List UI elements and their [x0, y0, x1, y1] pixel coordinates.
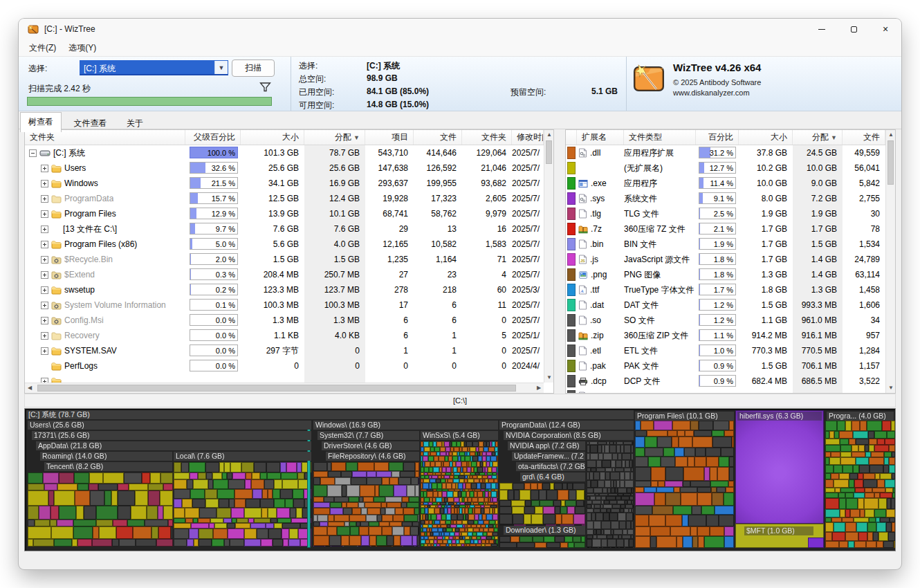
scrollbar-thumb[interactable]: [887, 140, 894, 185]
tree-row[interactable]: Users32.6 %25.6 GB25.6 GB147,638126,5922…: [25, 160, 553, 176]
scroll-right-icon[interactable]: ▶: [534, 383, 544, 393]
expand-icon[interactable]: [41, 286, 48, 294]
cell-folder-name: $Recycle.Bin: [25, 252, 185, 267]
tree-row[interactable]: Config.Msi0.0 %1.3 MB1.3 MB6602025/7/: [25, 313, 553, 328]
tree-row[interactable]: $Extend0.3 %208.4 MB250.7 MB272342025/7/: [25, 267, 553, 282]
ext-header-5[interactable]: 文件: [843, 130, 885, 145]
ext-row[interactable]: .pngPNG 图像1.8 %1.3 GB1.4 GB63,114: [566, 267, 895, 282]
ext-header-3[interactable]: 大小: [739, 130, 793, 145]
ext-row[interactable]: .exe应用程序11.4 %10.0 GB9.0 GB5,842: [566, 176, 895, 191]
expand-icon[interactable]: [41, 302, 48, 309]
menu-options[interactable]: 选项(Y): [62, 40, 102, 56]
ext-row[interactable]: .datDAT 文件1.2 %1.5 GB993.3 MB1,606: [566, 297, 895, 313]
app-website[interactable]: www.diskanalyzer.com: [673, 89, 750, 97]
ext-row[interactable]: .pakPAK 文件0.9 %1.5 GB706.1 MB1,157: [566, 358, 895, 374]
chevron-down-icon[interactable]: ▼: [214, 61, 228, 74]
scrollbar-thumb[interactable]: [37, 385, 516, 392]
cell-files: 63,114: [843, 267, 885, 282]
tab-tree-view[interactable]: 树查看: [20, 112, 62, 132]
tree-header-6[interactable]: 文件夹: [462, 130, 512, 145]
cell-percent: 11.4 %: [696, 176, 739, 191]
menu-file[interactable]: 文件(Z): [23, 40, 62, 56]
expand-icon[interactable]: [41, 332, 48, 340]
menu-bar: 文件(Z) 选项(Y): [19, 39, 901, 56]
expand-icon[interactable]: [41, 271, 48, 279]
cell-folder-name: swsetup: [25, 282, 185, 297]
ext-row[interactable]: .sys系统文件9.1 %8.0 GB7.2 GB2,755: [566, 191, 895, 206]
expand-icon[interactable]: [41, 256, 48, 264]
window-title: [C:] - WizTree: [44, 24, 95, 34]
tree-header-4[interactable]: 项目: [365, 130, 414, 145]
tree-row[interactable]: PerfLogs0.0 %000002024/4/: [25, 358, 553, 374]
expand-icon[interactable]: [41, 180, 48, 187]
ext-row[interactable]: .soSO 文件1.2 %1.1 GB961.0 MB34: [566, 313, 895, 328]
ext-row[interactable]: .dll应用程序扩展31.2 %37.8 GB24.5 GB49,559: [566, 145, 895, 160]
ext-header-1[interactable]: 文件类型: [624, 130, 696, 145]
ext-header-4[interactable]: 分配 ▼: [793, 130, 843, 145]
filter-icon[interactable]: [259, 82, 271, 93]
ext-row[interactable]: .7z360压缩 7Z 文件2.1 %1.7 GB1.7 GB78: [566, 221, 895, 237]
drive-selector[interactable]: [C:] 系统 ▼: [80, 60, 228, 75]
ext-row[interactable]: .zip360压缩 ZIP 文件1.1 %914.2 MB916.1 MB957: [566, 328, 895, 343]
ext-row[interactable]: A.ttfTrueType 字体文件1.7 %1.8 GB1.3 GB1,458: [566, 282, 895, 297]
ext-header-2[interactable]: 百分比: [696, 130, 739, 145]
treemap[interactable]: [C:] 系统 (78.7 GB)Users\ (25.6 GB)17371\ …: [24, 408, 896, 551]
scrollbar-thumb[interactable]: [546, 140, 552, 164]
scroll-up-icon[interactable]: ▲: [886, 130, 896, 140]
cell-percent: 0.1 %: [185, 297, 241, 313]
expand-icon[interactable]: [41, 195, 48, 203]
tree-header-3[interactable]: 分配 ▼: [304, 130, 365, 145]
folder-name: $Extend: [64, 267, 95, 282]
tree-horizontal-scrollbar[interactable]: ◀ ▶: [25, 383, 544, 393]
tree-row[interactable]: Program Files (x86)5.0 %5.6 GB4.0 GB12,1…: [25, 237, 553, 252]
scroll-up-icon[interactable]: ▲: [544, 130, 554, 140]
tree-row[interactable]: Windows21.5 %34.1 GB16.9 GB293,637199,95…: [25, 176, 553, 191]
ext-row[interactable]: (无扩展名)12.7 %10.2 GB10.0 GB56,041: [566, 160, 895, 176]
cell-allocated: 12.4 GB: [304, 191, 365, 206]
ext-row[interactable]: .tlgTLG 文件2.5 %1.9 GB1.9 GB30: [566, 206, 895, 221]
ext-header-0[interactable]: 扩展名: [577, 130, 624, 145]
expand-icon[interactable]: [41, 165, 48, 172]
collapse-icon[interactable]: [29, 149, 37, 157]
expand-icon[interactable]: [41, 347, 48, 355]
scroll-left-icon[interactable]: ◀: [25, 383, 35, 393]
cell-folder-name: Program Files (x86): [25, 237, 185, 252]
expand-icon[interactable]: [41, 226, 48, 233]
ext-row[interactable]: .etlETL 文件1.0 %770.3 MB770.5 MB1,284: [566, 343, 895, 358]
tree-row[interactable]: Program Files12.9 %13.9 GB10.1 GB68,7415…: [25, 206, 553, 221]
tree-row[interactable]: [25, 374, 553, 383]
tree-row[interactable]: SYSTEM.SAV0.0 %297 字节01102025/7/: [25, 343, 553, 358]
summary-free-label: 可用空间:: [299, 100, 334, 111]
tree-header-2[interactable]: 大小: [241, 130, 304, 145]
maximize-button[interactable]: [838, 19, 870, 39]
tree-header-0[interactable]: 文件夹: [25, 130, 185, 145]
tree-header-7[interactable]: 修改时间: [512, 130, 544, 145]
ext-row[interactable]: JS.jsJavaScript 源文件1.8 %1.7 GB1.4 GB24,7…: [566, 252, 895, 267]
tree-row[interactable]: Recovery0.0 %1.1 KB4.0 KB6152025/1/: [25, 328, 553, 343]
ext-row[interactable]: .dcpDCP 文件0.9 %682.4 MB686.5 MB3,522: [566, 374, 895, 389]
scan-button[interactable]: 扫描: [232, 59, 275, 77]
tree-header-5[interactable]: 文件: [414, 130, 462, 145]
expand-icon[interactable]: [41, 317, 48, 324]
minimize-button[interactable]: [806, 19, 838, 39]
cell-filetype: 应用程序: [624, 176, 696, 191]
scroll-down-icon[interactable]: ▼: [544, 373, 554, 383]
tree-row[interactable]: [C:] 系统100.0 %101.3 GB78.7 GB543,710414,…: [25, 145, 553, 160]
tree-row[interactable]: ProgramData15.7 %12.5 GB12.4 GB19,92817,…: [25, 191, 553, 206]
scroll-down-icon[interactable]: ▼: [886, 383, 896, 393]
cell-files: 78: [843, 221, 885, 237]
tree-row[interactable]: System Volume Information0.1 %100.3 MB10…: [25, 297, 553, 313]
expand-icon[interactable]: [41, 210, 48, 218]
tree-vertical-scrollbar[interactable]: ▲ ▼: [544, 130, 553, 383]
tree-row[interactable]: [13 文件在 C:\]9.7 %7.6 GB7.6 GB2913162025/…: [25, 221, 553, 237]
ext-vertical-scrollbar[interactable]: ▲ ▼: [885, 130, 895, 393]
tree-header-1[interactable]: 父级百分比: [185, 130, 241, 145]
cell-modified: 2024/4/: [512, 358, 544, 374]
tree-row[interactable]: $Recycle.Bin2.0 %1.5 GB1.5 GB1,2351,1647…: [25, 252, 553, 267]
folder-name: [13 文件在 C:\]: [63, 221, 117, 237]
ext-row[interactable]: .binBIN 文件1.9 %1.7 GB1.5 GB1,534: [566, 237, 895, 252]
tree-row[interactable]: swsetup0.2 %123.3 MB123.7 MB278218602025…: [25, 282, 553, 297]
expand-icon[interactable]: [41, 241, 48, 248]
close-button[interactable]: ×: [870, 19, 901, 39]
ext-row[interactable]: [566, 389, 895, 394]
